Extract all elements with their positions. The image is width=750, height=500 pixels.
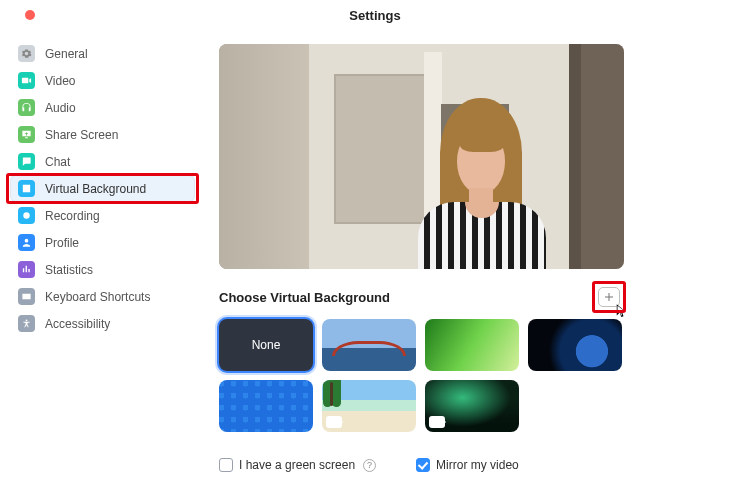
checkbox-box	[219, 458, 233, 472]
help-icon[interactable]: ?	[363, 459, 376, 472]
sidebar-item-recording[interactable]: Recording	[10, 202, 195, 229]
checkbox-label: I have a green screen	[239, 458, 355, 472]
sidebar-item-label: Keyboard Shortcuts	[45, 290, 150, 304]
sidebar-item-general[interactable]: General	[10, 40, 195, 67]
share-screen-icon	[18, 126, 35, 143]
checkbox-label: Mirror my video	[436, 458, 519, 472]
window-title: Settings	[0, 8, 750, 23]
accessibility-icon	[18, 315, 35, 332]
green-screen-checkbox[interactable]: I have a green screen ?	[219, 458, 376, 472]
plus-icon	[603, 291, 615, 303]
bg-thumb-aurora[interactable]	[425, 380, 519, 432]
bg-thumb-golden-gate[interactable]	[322, 319, 416, 371]
bg-thumb-beach[interactable]	[322, 380, 416, 432]
keyboard-icon	[18, 288, 35, 305]
cursor-icon	[616, 303, 628, 319]
sidebar-item-virtual-background[interactable]: Virtual Background	[10, 175, 195, 202]
sidebar-item-label: Audio	[45, 101, 76, 115]
sidebar-item-label: Video	[45, 74, 75, 88]
svg-point-0	[23, 212, 29, 218]
sidebar-item-label: Statistics	[45, 263, 93, 277]
sidebar-item-label: Accessibility	[45, 317, 110, 331]
main-panel: Choose Virtual Background None	[205, 30, 750, 500]
checkbox-box	[416, 458, 430, 472]
sidebar-item-label: General	[45, 47, 88, 61]
sidebar-item-label: Profile	[45, 236, 79, 250]
profile-icon	[18, 234, 35, 251]
video-preview	[219, 44, 624, 269]
stats-icon	[18, 261, 35, 278]
window-close-button[interactable]	[25, 10, 35, 20]
sidebar-item-label: Share Screen	[45, 128, 118, 142]
sidebar-item-label: Recording	[45, 209, 100, 223]
video-badge-icon	[326, 416, 342, 428]
video-badge-icon	[429, 416, 445, 428]
bg-thumb-none[interactable]: None	[219, 319, 313, 371]
section-title: Choose Virtual Background	[219, 290, 390, 305]
sidebar-item-audio[interactable]: Audio	[10, 94, 195, 121]
sidebar-item-accessibility[interactable]: Accessibility	[10, 310, 195, 337]
gear-icon	[18, 45, 35, 62]
sidebar-item-label: Virtual Background	[45, 182, 146, 196]
sidebar-item-share-screen[interactable]: Share Screen	[10, 121, 195, 148]
sidebar-item-keyboard-shortcuts[interactable]: Keyboard Shortcuts	[10, 283, 195, 310]
background-grid: None	[219, 319, 639, 432]
sidebar-item-profile[interactable]: Profile	[10, 229, 195, 256]
thumb-label: None	[252, 338, 281, 352]
mirror-video-checkbox[interactable]: Mirror my video	[416, 458, 519, 472]
sidebar-item-video[interactable]: Video	[10, 67, 195, 94]
sidebar-item-label: Chat	[45, 155, 70, 169]
video-icon	[18, 72, 35, 89]
titlebar: Settings	[0, 0, 750, 30]
sidebar-item-chat[interactable]: Chat	[10, 148, 195, 175]
headphones-icon	[18, 99, 35, 116]
chat-icon	[18, 153, 35, 170]
bg-thumb-earth-space[interactable]	[528, 319, 622, 371]
sidebar-item-statistics[interactable]: Statistics	[10, 256, 195, 283]
person-box-icon	[18, 180, 35, 197]
record-icon	[18, 207, 35, 224]
sidebar: General Video Audio Share Screen	[0, 30, 205, 500]
bg-thumb-grass[interactable]	[425, 319, 519, 371]
bg-thumb-blue-pattern[interactable]	[219, 380, 313, 432]
